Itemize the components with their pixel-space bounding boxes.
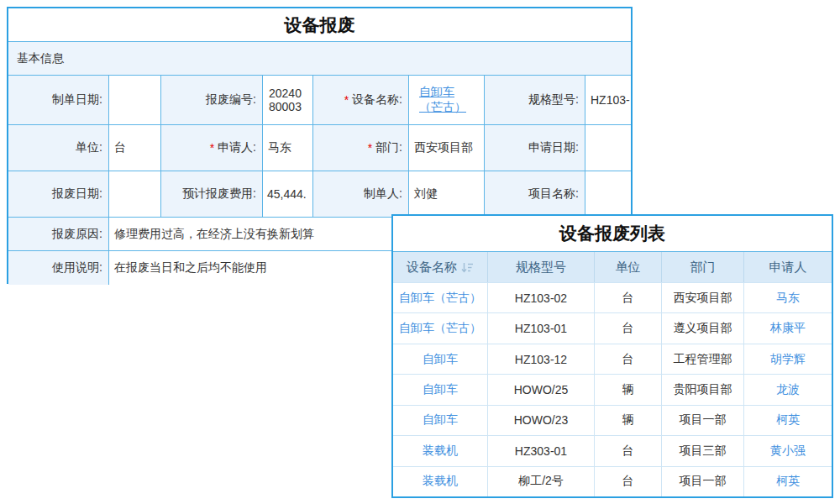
- device-name-cell: 自卸车: [393, 375, 488, 404]
- device-name-cell: 装载机: [393, 436, 488, 465]
- applicant-cell: 林康平: [744, 313, 832, 343]
- field-scrap-date-label: 报废日期:: [8, 171, 109, 218]
- applicant-link[interactable]: 柯英: [776, 474, 800, 489]
- field-device-name-label: *设备名称:: [313, 76, 409, 125]
- form-title: 设备报废: [8, 8, 631, 42]
- unit-cell: 台: [595, 344, 662, 374]
- spec-model-cell: HZ303-01: [488, 436, 595, 465]
- applicant-cell: 黄小强: [744, 436, 832, 465]
- applicant-cell: 柯英: [744, 406, 832, 435]
- applicant-cell: 柯英: [744, 467, 832, 496]
- unit-cell: 辆: [595, 406, 662, 435]
- table-row: 自卸车（芒古） HZ103-01 台 遵义项目部 林康平: [393, 312, 832, 343]
- device-name-cell: 自卸车: [393, 344, 488, 374]
- field-applicant-label: *申请人:: [161, 125, 263, 171]
- list-header-row: 设备名称 规格型号 单位 部门 申请人: [393, 252, 832, 282]
- device-name-link[interactable]: 自卸车: [423, 352, 458, 367]
- required-marker: *: [210, 141, 214, 155]
- spec-model-cell: HZ103-01: [488, 313, 595, 343]
- field-device-name-value: 自卸车（芒古）: [409, 76, 485, 125]
- table-row: 装载机 HZ303-01 台 项目三部 黄小强: [393, 435, 832, 465]
- field-make-date-value: [109, 76, 161, 125]
- field-apply-date-label: 申请日期:: [485, 125, 585, 171]
- field-est-cost-value: 45,444.: [263, 171, 313, 218]
- field-est-cost-label: 预计报废费用:: [161, 171, 263, 218]
- device-name-link[interactable]: 自卸车（芒古）: [419, 85, 474, 115]
- col-header-unit: 单位: [595, 252, 662, 282]
- table-row: 装载机 柳工/2号 台 项目一部 柯英: [393, 466, 832, 496]
- device-name-link[interactable]: 自卸车（芒古）: [399, 291, 481, 306]
- unit-cell: 台: [595, 436, 662, 465]
- field-make-date-label: 制单日期:: [8, 76, 109, 125]
- field-usage-note-label: 使用说明:: [8, 251, 109, 285]
- table-row: 自卸车 HOWO/25 辆 贵阳项目部 龙波: [393, 374, 832, 404]
- spec-model-cell: HOWO/25: [488, 375, 595, 404]
- scrap-list-panel: 设备报废列表 设备名称 规格型号 单位 部门 申请人: [391, 214, 833, 498]
- unit-cell: 台: [595, 283, 662, 312]
- applicant-link[interactable]: 胡学辉: [770, 352, 806, 367]
- applicant-link[interactable]: 黄小强: [770, 444, 806, 459]
- field-spec-model-label: 规格型号:: [485, 76, 585, 125]
- device-name-link[interactable]: 装载机: [423, 474, 458, 489]
- unit-cell: 台: [595, 313, 662, 343]
- col-header-spec-model: 规格型号: [488, 252, 595, 282]
- section-basic-info: 基本信息: [8, 42, 631, 76]
- field-unit-label: 单位:: [8, 125, 109, 171]
- device-name-cell: 装载机: [393, 467, 488, 496]
- applicant-cell: 胡学辉: [744, 344, 832, 374]
- required-marker: *: [368, 141, 372, 155]
- spec-model-cell: HZ103-12: [488, 344, 595, 374]
- field-apply-date-value: [585, 125, 631, 171]
- department-cell: 项目一部: [662, 467, 744, 496]
- field-maker-value: 刘健: [409, 171, 485, 218]
- field-scrap-date-value: [109, 171, 161, 218]
- field-department-value: 西安项目部: [409, 125, 485, 171]
- field-spec-model-value: HZ103-: [585, 76, 631, 125]
- table-row: 自卸车 HOWO/23 辆 项目一部 柯英: [393, 405, 832, 435]
- unit-cell: 台: [595, 467, 662, 496]
- department-cell: 工程管理部: [662, 344, 744, 374]
- col-header-applicant: 申请人: [744, 252, 832, 282]
- required-marker: *: [344, 93, 349, 107]
- applicant-link[interactable]: 马东: [776, 291, 800, 306]
- field-applicant-value: 马东: [263, 125, 313, 171]
- field-unit-value: 台: [109, 125, 161, 171]
- sort-descending-icon: [461, 262, 474, 273]
- col-header-device-name[interactable]: 设备名称: [393, 252, 488, 282]
- spec-model-cell: HZ103-02: [488, 283, 595, 312]
- applicant-link[interactable]: 柯英: [776, 412, 800, 428]
- applicant-cell: 马东: [744, 283, 832, 312]
- department-cell: 项目一部: [662, 406, 744, 435]
- form-grid: 制单日期: 报废编号: 2024080003 *设备名称: 自卸车（芒古） 规格…: [8, 76, 631, 218]
- device-name-cell: 自卸车（芒古）: [393, 283, 488, 312]
- applicant-link[interactable]: 林康平: [770, 321, 806, 336]
- device-name-link[interactable]: 自卸车（芒古）: [399, 321, 481, 336]
- list-body: 自卸车（芒古） HZ103-02 台 西安项目部 马东 自卸车（芒古） HZ10…: [393, 282, 832, 496]
- department-cell: 贵阳项目部: [662, 375, 744, 404]
- table-row: 自卸车（芒古） HZ103-02 台 西安项目部 马东: [393, 282, 832, 312]
- device-name-link[interactable]: 自卸车: [423, 382, 458, 397]
- field-scrap-reason-label: 报废原因:: [8, 218, 109, 251]
- applicant-link[interactable]: 龙波: [776, 382, 800, 397]
- applicant-cell: 龙波: [744, 375, 832, 404]
- department-cell: 遵义项目部: [662, 313, 744, 343]
- list-title: 设备报废列表: [393, 216, 832, 252]
- device-name-link[interactable]: 装载机: [423, 444, 458, 459]
- field-scrap-no-value: 2024080003: [263, 76, 313, 125]
- field-project-name-value: [585, 171, 631, 218]
- device-name-link[interactable]: 自卸车: [423, 412, 458, 428]
- unit-cell: 辆: [595, 375, 662, 404]
- table-row: 自卸车 HZ103-12 台 工程管理部 胡学辉: [393, 344, 832, 374]
- field-maker-label: 制单人:: [313, 171, 409, 218]
- department-cell: 项目三部: [662, 436, 744, 465]
- col-header-department: 部门: [662, 252, 744, 282]
- field-scrap-no-label: 报废编号:: [161, 76, 263, 125]
- spec-model-cell: 柳工/2号: [488, 467, 595, 496]
- device-name-cell: 自卸车（芒古）: [393, 313, 488, 343]
- device-name-cell: 自卸车: [393, 406, 488, 435]
- spec-model-cell: HOWO/23: [488, 406, 595, 435]
- field-department-label: *部门:: [313, 125, 409, 171]
- department-cell: 西安项目部: [662, 283, 744, 312]
- field-project-name-label: 项目名称:: [485, 171, 585, 218]
